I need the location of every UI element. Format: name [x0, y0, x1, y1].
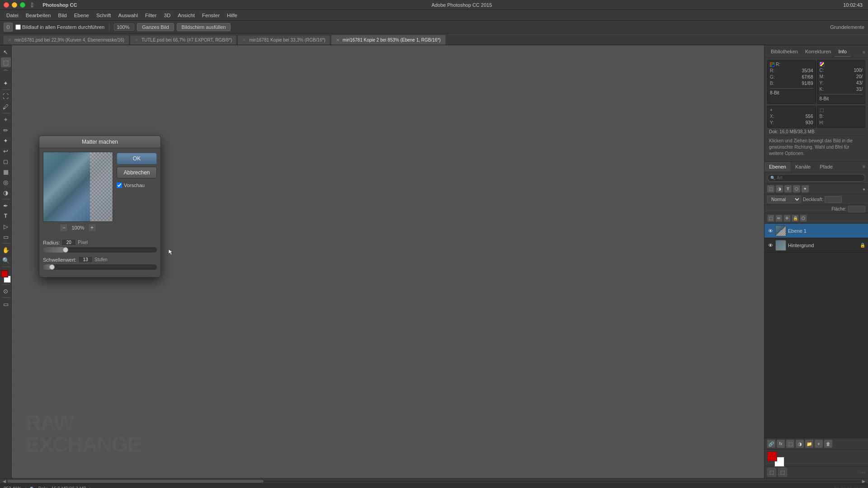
radius-slider-track[interactable] [43, 247, 157, 253]
lb-fx[interactable]: fx [777, 440, 785, 448]
zoom-in-button[interactable]: + [88, 224, 96, 232]
tab-3[interactable]: ✕ miri16781 Kopie 2 bei 853% (Ebene 1, R… [331, 35, 446, 45]
ok-button[interactable]: OK [117, 153, 157, 164]
eyedropper-tool[interactable]: 🖊 [1, 102, 11, 112]
canvas-area[interactable]: RAWEXCHANGE Matter machen − 100% + [12, 45, 764, 478]
filter-off[interactable]: ● [863, 187, 865, 192]
close-button[interactable] [4, 2, 9, 8]
fx-lock-transparent[interactable]: ⬚ [767, 215, 774, 222]
filter-smart[interactable]: ✦ [802, 185, 809, 192]
status-icon-2[interactable]: ⬚ [841, 486, 845, 488]
quick-mask[interactable]: ⊙ [1, 286, 11, 296]
preview-checkbox[interactable] [117, 183, 122, 188]
layer-item-ebene1[interactable]: 👁 Ebene 1 [764, 224, 868, 238]
lb-mask[interactable]: ⬚ [786, 440, 794, 448]
status-arrow[interactable]: ▶ [90, 487, 93, 488]
eraser-tool[interactable]: ◻ [1, 156, 11, 166]
fx-artboard[interactable]: ⬡ [800, 215, 807, 222]
lb-adjust[interactable]: ◑ [796, 440, 804, 448]
move-tool[interactable]: ↖ [1, 47, 11, 57]
zoom-input[interactable] [114, 23, 134, 31]
maximize-button[interactable] [20, 2, 25, 8]
extras-more[interactable]: ··· [860, 469, 865, 476]
layer-eye-hintergrund[interactable]: 👁 [767, 242, 774, 249]
path-tool[interactable]: ▷ [1, 221, 11, 231]
menu-hilfe[interactable]: Hilfe [223, 11, 241, 19]
pen-tool[interactable]: ✒ [1, 201, 11, 211]
selection-tool[interactable]: ⬚ [1, 57, 11, 67]
apple-icon[interactable]:  [28, 0, 37, 9]
schwellen-slider-thumb[interactable] [49, 264, 55, 270]
zoom-out-button[interactable]: − [60, 224, 68, 232]
lb-link[interactable]: 🔗 [767, 440, 775, 448]
scroll-right-icon[interactable]: ▶ [862, 479, 865, 483]
brush-tool[interactable]: ✏ [1, 125, 11, 135]
filter-pixel[interactable]: ⬚ [767, 185, 774, 192]
preview-image[interactable] [43, 152, 113, 222]
blend-mode-select[interactable]: Normal Auflösen Abdunkeln Multiplizieren [767, 196, 801, 203]
magic-wand[interactable]: ✦ [1, 78, 11, 88]
extra-icon-2[interactable]: ⬚ [778, 468, 787, 477]
bildschirm-button[interactable]: Bildschirm ausfüllen [177, 23, 231, 31]
schwellen-input[interactable] [78, 256, 93, 263]
tool-options-icon[interactable]: ⟨⟩ [4, 23, 13, 32]
status-icon-4[interactable]: ⬚ [854, 486, 858, 488]
fx-lock-position[interactable]: ✛ [783, 215, 791, 222]
fx-lock-all[interactable]: 🔒 [792, 215, 799, 222]
shape-tool[interactable]: ▭ [1, 232, 11, 242]
status-icon-5[interactable]: ⬚ [860, 486, 864, 488]
tab-1[interactable]: ✕ TUTLE.psd bei 66,7% (#7 EXPORT, RGB/8*… [130, 35, 237, 45]
lasso-tool[interactable]: ⌒ [1, 68, 11, 78]
schwellen-slider-track[interactable] [43, 264, 157, 270]
cancel-button[interactable]: Abbrechen [117, 167, 157, 178]
filter-adjust[interactable]: ◑ [776, 185, 783, 192]
history-brush[interactable]: ↩ [1, 146, 11, 156]
menu-ebene[interactable]: Ebene [71, 11, 93, 19]
layer-item-hintergrund[interactable]: 👁 Hintergrund 🔒 [764, 238, 868, 253]
fg-color-swatch[interactable] [767, 451, 777, 461]
stamp-tool[interactable]: ✦ [1, 136, 11, 145]
lb-delete[interactable]: 🗑 [824, 440, 832, 448]
tab-info[interactable]: Info [835, 47, 850, 57]
status-icon-1[interactable]: ⬚ [835, 486, 839, 488]
menu-3d[interactable]: 3D [160, 11, 175, 19]
tab-2[interactable]: ✕ miri16781 Kopie bei 33,3% (RGB/16*) [237, 35, 330, 45]
tab-kanaele[interactable]: Kanäle [791, 162, 815, 172]
minimize-button[interactable] [12, 2, 17, 8]
heal-tool[interactable]: ⌖ [1, 115, 11, 125]
tab-0-close[interactable]: ✕ [8, 38, 11, 42]
radius-input[interactable] [61, 239, 76, 246]
menu-filter[interactable]: Filter [142, 11, 160, 19]
tab-korrekturen[interactable]: Korrekturen [802, 47, 835, 57]
tab-ebenen[interactable]: Ebenen [764, 162, 791, 172]
layers-panel-menu[interactable]: ≡ [860, 162, 868, 172]
screen-mode[interactable]: ▭ [1, 299, 11, 309]
layers-search[interactable]: 🔍 Art [767, 174, 865, 182]
tab-3-close[interactable]: ✕ [336, 38, 340, 42]
checkbox-all-windows[interactable]: Bildlauf in allen Fenstern durchführen [15, 24, 104, 30]
filter-shape[interactable]: ⬡ [793, 185, 800, 192]
layer-eye-ebene1[interactable]: 👁 [767, 228, 774, 234]
menu-schrift[interactable]: Schrift [93, 11, 115, 19]
lb-new[interactable]: + [815, 440, 823, 448]
h-scrollbar[interactable]: ◀ ▶ [0, 478, 868, 483]
tab-1-close[interactable]: ✕ [135, 38, 138, 42]
zoom-tool[interactable]: 🔍 [1, 255, 11, 265]
tab-pfade[interactable]: Pfade [815, 162, 837, 172]
filter-type[interactable]: T [784, 185, 792, 192]
ganzes-bild-button[interactable]: Ganzes Bild [137, 23, 174, 31]
matter-titlebar[interactable]: Matter machen [39, 136, 160, 148]
dodge-tool[interactable]: ◑ [1, 188, 11, 197]
blur-tool[interactable]: ◎ [1, 177, 11, 187]
tab-2-close[interactable]: ✕ [242, 38, 246, 42]
tab-bibliotheken[interactable]: Bibliotheken [767, 47, 802, 57]
opacity-input[interactable] [825, 196, 842, 203]
fill-input[interactable] [848, 206, 865, 212]
gradient-tool[interactable]: ▦ [1, 167, 11, 177]
status-icon-3[interactable]: ⬚ [847, 486, 852, 488]
radius-slider-thumb[interactable] [63, 247, 68, 253]
lb-group[interactable]: 📁 [805, 440, 813, 448]
scrollbar-track[interactable] [8, 480, 860, 483]
menu-bearbeiten[interactable]: Bearbeiten [22, 11, 55, 19]
all-windows-checkbox[interactable] [15, 24, 21, 30]
